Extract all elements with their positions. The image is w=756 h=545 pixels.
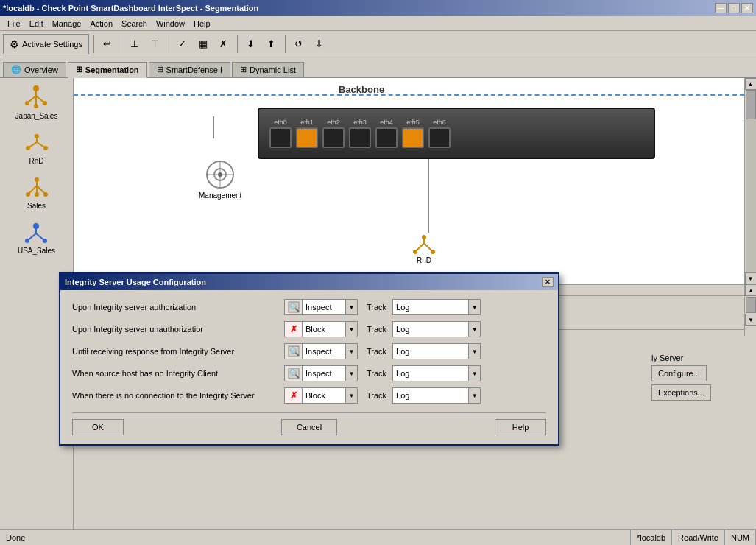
- svg-point-13: [43, 146, 48, 150]
- svg-point-36: [422, 235, 426, 239]
- menu-window[interactable]: Window: [152, 18, 189, 29]
- client-action-arrow: ▼: [345, 366, 357, 381]
- usa-sales-icon-container: [21, 219, 51, 245]
- x-btn[interactable]: ✗: [215, 35, 233, 53]
- japan-sales-network-icon: [23, 85, 49, 109]
- uninstall-btn[interactable]: ⬆: [263, 35, 280, 53]
- management-icon: [205, 159, 236, 190]
- svg-point-26: [25, 239, 29, 243]
- lower-scroll-down[interactable]: ▼: [745, 314, 756, 326]
- ok-btn[interactable]: OK: [72, 419, 124, 435]
- svg-point-27: [43, 239, 47, 243]
- unauthorization-action-select[interactable]: ✗ Block ▼: [284, 321, 358, 337]
- svg-point-32: [218, 172, 222, 177]
- minimize-btn[interactable]: —: [715, 3, 727, 13]
- authorization-track-select[interactable]: Log ▼: [392, 299, 481, 315]
- no-connection-action-select[interactable]: ✗ Block ▼: [284, 387, 358, 404]
- dialog-row-unauthorization: Upon Integrity server unauthorizatior ✗ …: [72, 321, 546, 337]
- lower-scroll-thumb[interactable]: [746, 297, 756, 313]
- download-btn[interactable]: ⇩: [311, 35, 328, 53]
- mode-text: Read/Write: [672, 530, 725, 545]
- sales-network-icon: [24, 175, 50, 199]
- network-diagram: Backbone eth0 eth1 eth2: [74, 78, 756, 284]
- scroll-down-btn[interactable]: ▼: [745, 272, 757, 284]
- svg-point-25: [33, 223, 39, 229]
- svg-point-7: [34, 104, 38, 108]
- svg-point-19: [26, 192, 30, 197]
- cancel-btn[interactable]: Cancel: [281, 419, 337, 435]
- lower-scroll-up[interactable]: ▲: [745, 284, 756, 296]
- authorization-action-select[interactable]: 🔍 Inspect ▼: [284, 299, 358, 315]
- close-btn[interactable]: ✕: [741, 3, 753, 13]
- grid-btn[interactable]: ▦: [194, 35, 212, 53]
- rnd-connector: [428, 159, 429, 233]
- backbone-label: Backbone: [339, 84, 384, 95]
- no-client-action-select[interactable]: 🔍 Inspect ▼: [284, 365, 358, 382]
- activate-settings-btn[interactable]: ⚙ Activate Settings: [3, 34, 89, 54]
- check-btn[interactable]: ✓: [174, 35, 191, 53]
- block-icon-unauth: ✗: [285, 322, 303, 337]
- status-bar: Done *localdb Read/Write NUM: [0, 529, 756, 545]
- dialog-buttons: OK Cancel Help: [72, 412, 546, 435]
- window-controls: — □ ✕: [715, 3, 753, 13]
- configure-btn[interactable]: Configure...: [651, 365, 707, 382]
- receiving-response-track-select[interactable]: Log ▼: [392, 343, 481, 359]
- undo-btn[interactable]: ↩: [99, 35, 116, 53]
- port-eth3: eth3: [349, 119, 371, 148]
- svg-point-6: [43, 101, 47, 105]
- svg-point-20: [43, 192, 48, 197]
- help-btn[interactable]: Help: [495, 419, 546, 435]
- svg-text:🔍: 🔍: [289, 346, 300, 356]
- tab-segmentation[interactable]: ⊞ Segmentation: [68, 62, 147, 78]
- integrity-server-dialog[interactable]: Integrity Server Usage Configuration ✕ U…: [59, 272, 559, 446]
- sidebar-item-japan-sales[interactable]: Japan_Sales: [15, 84, 58, 120]
- no-connection-track-select[interactable]: Log ▼: [392, 387, 481, 404]
- menu-manage[interactable]: Manage: [48, 18, 86, 29]
- no-client-label: When source host has no Integrity Client: [72, 369, 278, 378]
- menu-file[interactable]: File: [3, 18, 25, 29]
- menu-search[interactable]: Search: [117, 18, 152, 29]
- usa-sales-label: USA_Sales: [18, 247, 55, 255]
- branch-btn[interactable]: ⊤: [146, 35, 164, 53]
- sidebar-item-rnd[interactable]: RnD: [22, 129, 52, 165]
- dialog-row-no-client: When source host has no Integrity Client…: [72, 365, 546, 382]
- no-client-track-select[interactable]: Log ▼: [392, 365, 481, 382]
- tab-dynamiclist[interactable]: ⊞ Dynamic List: [232, 62, 304, 77]
- svg-point-18: [35, 177, 39, 182]
- menu-action[interactable]: Action: [85, 18, 117, 29]
- resp-track-arrow: ▼: [468, 344, 480, 359]
- menu-help[interactable]: Help: [189, 18, 215, 29]
- maximize-btn[interactable]: □: [728, 3, 740, 13]
- dialog-close-btn[interactable]: ✕: [542, 277, 554, 287]
- dynamiclist-icon: ⊞: [240, 65, 247, 74]
- dialog-row-authorization: Upon Integrity server authorization 🔍 In…: [72, 299, 546, 315]
- hub-btn[interactable]: ⊥: [126, 35, 144, 53]
- menu-edit[interactable]: Edit: [25, 18, 48, 29]
- toolbar-separator-4: [237, 35, 238, 53]
- scroll-thumb-top[interactable]: [746, 90, 756, 119]
- install-btn[interactable]: ⬇: [242, 35, 260, 53]
- port-eth0: eth0: [269, 119, 292, 148]
- port-eth4: eth4: [375, 119, 398, 148]
- sidebar-item-sales[interactable]: Sales: [22, 174, 52, 210]
- inspect-icon-resp: 🔍: [285, 344, 303, 359]
- receiving-response-action-select[interactable]: 🔍 Inspect ▼: [284, 343, 358, 359]
- exceptions-btn[interactable]: Exceptions...: [651, 384, 711, 401]
- toolbar-separator-3: [169, 35, 169, 53]
- tab-smartdefense[interactable]: ⊞ SmartDefense I: [149, 62, 230, 77]
- refresh-btn[interactable]: ↺: [290, 35, 308, 53]
- segmentation-icon: ⊞: [76, 65, 82, 74]
- lower-scrollbar: ▲ ▼: [744, 284, 756, 336]
- menu-bar: File Edit Manage Action Search Window He…: [0, 16, 756, 31]
- block-icon-noconn: ✗: [285, 388, 303, 403]
- tab-overview[interactable]: 🌐 Overview: [3, 62, 66, 77]
- management-node: Management: [199, 159, 241, 200]
- status-text: Done: [0, 530, 631, 545]
- window-title: *localdb - Check Point SmartDashboard In…: [3, 4, 258, 13]
- unauthorization-track-select[interactable]: Log ▼: [392, 321, 481, 337]
- svg-point-38: [431, 250, 435, 254]
- auth-action-arrow: ▼: [345, 300, 357, 314]
- db-text: *localdb: [631, 530, 672, 545]
- sidebar-item-usa-sales[interactable]: USA_Sales: [18, 219, 55, 255]
- scroll-up-btn[interactable]: ▲: [745, 78, 757, 90]
